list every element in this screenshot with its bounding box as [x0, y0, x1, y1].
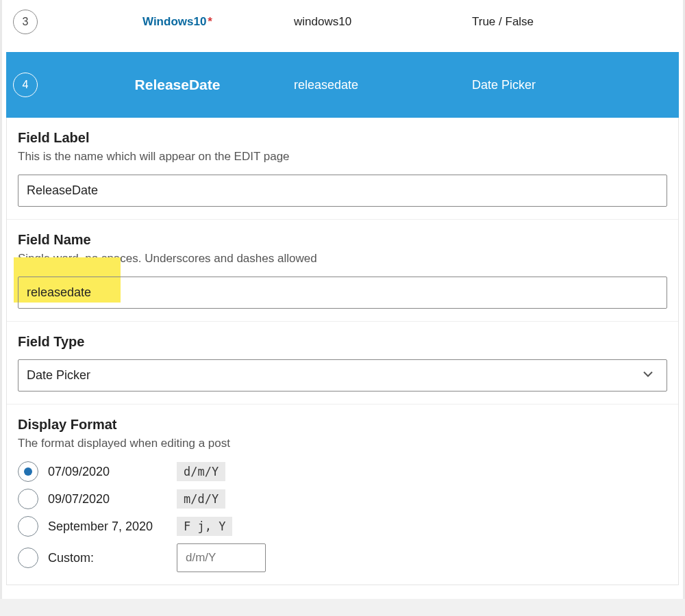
setting-heading: Field Name [18, 232, 667, 248]
field-row-windows10[interactable]: 3 Windows10* windows10 True / False [6, 0, 679, 52]
radio-label: Custom: [48, 551, 167, 565]
radio-icon[interactable] [18, 516, 38, 537]
field-label-link[interactable]: Windows10* [61, 15, 294, 29]
display-format-option[interactable]: 07/09/2020 d/m/Y [18, 461, 667, 482]
radio-label: 07/09/2020 [48, 465, 167, 479]
field-name-input[interactable] [18, 277, 667, 309]
field-type-text: Date Picker [472, 78, 672, 92]
order-badge: 4 [13, 73, 38, 97]
required-indicator: * [208, 15, 212, 28]
format-code: F j, Y [177, 517, 232, 536]
field-type-text: True / False [472, 15, 672, 29]
setting-description: The format displayed when editing a post [18, 437, 667, 450]
setting-field-name: Field Name Single word, no spaces. Under… [7, 220, 678, 322]
display-format-option[interactable]: September 7, 2020 F j, Y [18, 516, 667, 537]
field-name-text: releasedate [294, 78, 472, 92]
radio-icon[interactable] [18, 548, 38, 568]
setting-description: This is the name which will appear on th… [18, 150, 667, 164]
field-name-text: windows10 [294, 15, 472, 29]
setting-heading: Field Type [18, 334, 667, 350]
radio-icon[interactable] [18, 489, 38, 509]
setting-heading: Field Label [18, 130, 667, 146]
radio-label: 09/07/2020 [48, 492, 167, 506]
field-label-input[interactable] [18, 175, 667, 207]
setting-heading: Display Format [18, 417, 667, 433]
setting-field-label: Field Label This is the name which will … [7, 118, 678, 220]
order-badge: 3 [13, 10, 38, 34]
setting-display-format: Display Format The format displayed when… [7, 405, 678, 585]
display-format-option-custom[interactable]: Custom: [18, 543, 667, 572]
format-code: d/m/Y [177, 462, 225, 481]
field-row-releasedate[interactable]: 4 ReleaseDate releasedate Date Picker [6, 52, 679, 118]
field-label-link[interactable]: ReleaseDate [61, 77, 294, 93]
custom-format-input[interactable] [177, 543, 266, 572]
format-code: m/d/Y [177, 489, 225, 509]
radio-label: September 7, 2020 [48, 519, 167, 534]
field-type-select[interactable]: Date Picker [18, 359, 667, 392]
radio-icon[interactable] [18, 461, 38, 482]
display-format-option[interactable]: 09/07/2020 m/d/Y [18, 489, 667, 509]
setting-field-type: Field Type Date Picker [7, 322, 678, 405]
